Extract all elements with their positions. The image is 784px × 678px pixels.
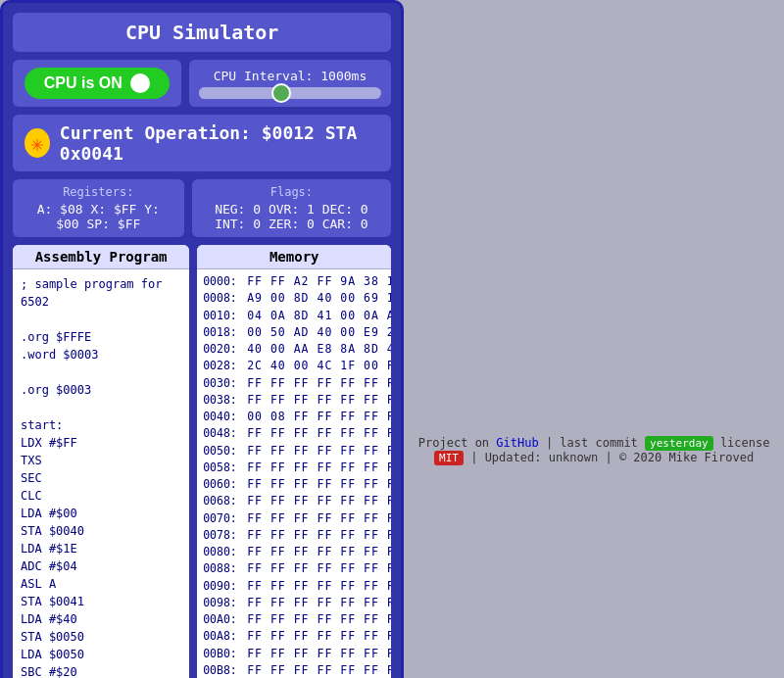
mem-addr: 0000:: [203, 273, 244, 290]
mem-bytes: FF FF FF FF FF FF FF FF: [247, 560, 391, 577]
memory-row: 0068:FF FF FF FF FF FF FF FF: [203, 493, 385, 509]
assembly-line: STA $0040: [21, 522, 181, 540]
assembly-line: [21, 311, 181, 328]
last-commit-badge: yesterday: [645, 436, 713, 451]
memory-row: 0030:FF FF FF FF FF FF FF FF: [203, 375, 385, 392]
assembly-line: LDA #$40: [21, 610, 181, 628]
registers-header: Registers:: [26, 185, 171, 199]
footer: Project on GitHub | last commit yesterda…: [404, 432, 784, 469]
interval-label: CPU Interval: 1000ms: [214, 69, 368, 83]
mem-addr: 0080:: [203, 544, 244, 560]
memory-row: 0060:FF FF FF FF FF FF FF FF: [203, 476, 385, 493]
mem-bytes: FF FF FF FF FF FF FF FF: [247, 476, 391, 493]
assembly-line: .org $0003: [21, 381, 181, 399]
memory-row: 0040:00 08 FF FF FF FF FF FF: [203, 409, 385, 425]
footer-last-commit-label: last commit: [560, 436, 645, 450]
assembly-line: LDX #$FF: [21, 434, 181, 452]
memory-row: 0088:FF FF FF FF FF FF FF FF: [203, 560, 385, 577]
assembly-line: SBC #$20: [21, 663, 181, 678]
mem-bytes: 04 0A 8D 41 00 0A A9 40 8D: [247, 308, 391, 324]
interval-panel: CPU Interval: 1000ms: [189, 60, 392, 107]
footer-sep2: license: [713, 436, 770, 450]
mem-addr: 0018:: [203, 324, 244, 341]
mem-addr: 0050:: [203, 443, 244, 460]
flags-values: NEG: 0 OVR: 1 DEC: 0 INT: 0 ZER: 0 CAR: …: [206, 202, 378, 231]
assembly-line: SEC: [21, 469, 181, 487]
mem-bytes: FF FF FF FF FF FF FF FF: [247, 578, 391, 595]
mem-bytes: FF FF FF FF FF FF FF FF: [247, 460, 391, 476]
assembly-line: ; sample program for 6502: [21, 275, 181, 311]
mem-addr: 0038:: [203, 392, 244, 409]
mem-bytes: FF FF FF FF FF FF FF FF: [247, 493, 391, 509]
memory-row: 0000:FF FF A2 FF 9A 38 18: [203, 273, 385, 290]
mem-bytes: FF FF FF FF FF FF FF FF: [247, 510, 391, 527]
memory-row: 0098:FF FF FF FF FF FF FF FF: [203, 595, 385, 611]
assembly-line: .word $0003: [21, 346, 181, 363]
memory-row: 0058:FF FF FF FF FF FF FF FF: [203, 460, 385, 476]
sun-icon: ✳: [24, 128, 50, 158]
assembly-content[interactable]: ; sample program for 6502 .org $FFFE.wor…: [13, 269, 189, 678]
memory-row: 0018:00 50 AD 40 00 E9 20 AD: [203, 324, 385, 341]
mem-bytes: FF FF FF FF FF FF FF FF: [247, 392, 391, 409]
mem-bytes: 00 08 FF FF FF FF FF FF: [247, 409, 391, 425]
memory-row: 0020:40 00 AA E8 8A 8D 40 00: [203, 341, 385, 358]
assembly-line: LDA #$00: [21, 505, 181, 522]
mem-bytes: FF FF A2 FF 9A 38 18: [247, 273, 391, 290]
assembly-line: .org $FFFE: [21, 328, 181, 346]
footer-text1: Project on: [418, 436, 496, 450]
mem-addr: 0010:: [203, 308, 244, 324]
mem-addr: 0098:: [203, 595, 244, 611]
mem-addr: 00A8:: [203, 628, 244, 645]
mem-bytes: 40 00 AA E8 8A 8D 40 00: [247, 341, 391, 358]
memory-row: 0008:A9 00 8D 40 00 69 1E A9: [203, 290, 385, 307]
mem-addr: 0088:: [203, 560, 244, 577]
mem-addr: 0020:: [203, 341, 244, 358]
assembly-line: [21, 363, 181, 381]
mem-bytes: FF FF FF FF FF FF FF FF: [247, 375, 391, 392]
slider-track: [199, 87, 382, 99]
assembly-header: Assembly Program: [13, 245, 189, 269]
registers-flags-row: Registers: A: $08 X: $FF Y: $00 SP: $FF …: [13, 179, 391, 237]
current-op-bar: ✳ Current Operation: $0012 STA 0x0041: [13, 115, 391, 171]
memory-row: 0050:FF FF FF FF FF FF FF FF: [203, 443, 385, 460]
assembly-line: [21, 399, 181, 416]
mem-bytes: 00 50 AD 40 00 E9 20 AD: [247, 324, 391, 341]
assembly-panel: Assembly Program ; sample program for 65…: [13, 245, 189, 678]
footer-sep1: |: [539, 436, 561, 450]
mem-addr: 0070:: [203, 510, 244, 527]
assembly-line: TXS: [21, 452, 181, 469]
memory-row: 00B0:FF FF FF FF FF FF FF FF: [203, 646, 385, 662]
mem-addr: 0058:: [203, 460, 244, 476]
mem-bytes: FF FF FF FF FF FF FF FF: [247, 544, 391, 560]
top-row: CPU is ON CPU Interval: 1000ms: [13, 60, 391, 107]
mem-bytes: FF FF FF FF FF FF FF FF: [247, 628, 391, 645]
cpu-toggle-button[interactable]: CPU is ON: [24, 68, 170, 99]
main-container: CPU Simulator CPU is ON CPU Interval: 10…: [0, 0, 404, 678]
mem-addr: 0030:: [203, 375, 244, 392]
mem-bytes: FF FF FF FF FF FF FF FF: [247, 425, 391, 442]
mem-addr: 0048:: [203, 425, 244, 442]
memory-row: 00A0:FF FF FF FF FF FF FF FF: [203, 611, 385, 628]
mem-addr: 00A0:: [203, 611, 244, 628]
license-badge: MIT: [434, 451, 464, 465]
memory-header: Memory: [197, 245, 391, 269]
memory-content[interactable]: 0000:FF FF A2 FF 9A 38 180008:A9 00 8D 4…: [197, 269, 391, 678]
mem-addr: 0060:: [203, 476, 244, 493]
cpu-toggle-panel: CPU is ON: [13, 60, 181, 107]
mem-addr: 0090:: [203, 578, 244, 595]
memory-row: 0010:04 0A 8D 41 00 0A A9 40 8D: [203, 308, 385, 324]
cpu-toggle-label: CPU is ON: [44, 74, 122, 92]
slider-thumb[interactable]: [271, 83, 291, 103]
mem-addr: 0028:: [203, 358, 244, 374]
memory-row: 0070:FF FF FF FF FF FF FF FF: [203, 510, 385, 527]
assembly-line: start:: [21, 416, 181, 434]
github-link[interactable]: GitHub: [496, 436, 538, 450]
registers-values: A: $08 X: $FF Y: $00 SP: $FF: [26, 202, 171, 231]
mem-bytes: FF FF FF FF FF FF FF FF: [247, 527, 391, 544]
app-title: CPU Simulator: [13, 13, 391, 52]
mem-addr: 00B0:: [203, 646, 244, 662]
memory-row: 0028:2C 40 00 4C 1F 00 FF FF: [203, 358, 385, 374]
toggle-circle-icon: [130, 73, 150, 93]
mem-bytes: FF FF FF FF FF FF FF FF: [247, 662, 391, 678]
registers-panel: Registers: A: $08 X: $FF Y: $00 SP: $FF: [13, 179, 184, 237]
